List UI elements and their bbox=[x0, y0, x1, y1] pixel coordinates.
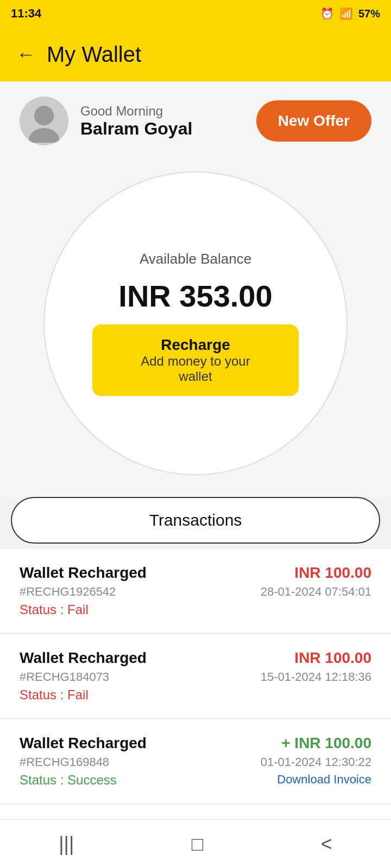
status-right: ⏰ 📶 57% bbox=[320, 7, 380, 20]
page-title: My Wallet bbox=[47, 42, 141, 67]
user-section: Good Morning Balram Goyal New Offer bbox=[0, 81, 391, 161]
user-text: Good Morning Balram Goyal bbox=[80, 104, 192, 139]
txn-amount-3: + INR 100.00 bbox=[261, 735, 371, 752]
txn-id-3: #RECHG169848 bbox=[20, 755, 147, 769]
txn-title-3: Wallet Recharged bbox=[20, 735, 147, 752]
txn-status-2: Status : Fail bbox=[20, 687, 147, 703]
txn-title-1: Wallet Recharged bbox=[20, 564, 147, 582]
back-button[interactable]: ← bbox=[16, 43, 36, 66]
menu-icon[interactable]: ||| bbox=[59, 833, 74, 856]
balance-amount: INR 353.00 bbox=[118, 278, 272, 314]
user-name: Balram Goyal bbox=[80, 119, 192, 139]
balance-label: Available Balance bbox=[140, 251, 251, 267]
transactions-tab[interactable]: Transactions bbox=[11, 497, 380, 544]
status-time: 11:34 bbox=[11, 7, 41, 21]
home-icon[interactable]: □ bbox=[192, 833, 204, 856]
table-row: Wallet Recharged #RECHG184073 Status : F… bbox=[0, 634, 391, 718]
wifi-icon: 📶 bbox=[339, 7, 353, 20]
txn-right-2: INR 100.00 15-01-2024 12:18:36 bbox=[261, 649, 371, 684]
battery-level: 57% bbox=[358, 8, 380, 20]
recharge-title: Recharge bbox=[125, 336, 266, 354]
user-info: Good Morning Balram Goyal bbox=[20, 97, 192, 145]
txn-status-3: Status : Success bbox=[20, 773, 147, 788]
txn-amount-2: INR 100.00 bbox=[261, 649, 371, 667]
new-offer-button[interactable]: New Offer bbox=[256, 100, 371, 142]
avatar bbox=[20, 97, 68, 145]
txn-id-1: #RECHG1926542 bbox=[20, 585, 147, 599]
txn-right-1: INR 100.00 28-01-2024 07:54:01 bbox=[261, 564, 371, 599]
balance-circle: Available Balance INR 353.00 Recharge Ad… bbox=[43, 171, 348, 475]
nav-bar: ||| □ < bbox=[0, 819, 391, 868]
txn-left-1: Wallet Recharged #RECHG1926542 Status : … bbox=[20, 564, 147, 617]
txn-id-2: #RECHG184073 bbox=[20, 670, 147, 684]
txn-left-2: Wallet Recharged #RECHG184073 Status : F… bbox=[20, 649, 147, 703]
status-bar: 11:34 ⏰ 📶 57% bbox=[0, 0, 391, 27]
svg-point-0 bbox=[34, 106, 54, 125]
recharge-button[interactable]: Recharge Add money to your wallet bbox=[92, 324, 299, 396]
txn-date-3: 01-01-2024 12:30:22 bbox=[261, 755, 371, 769]
download-invoice-link[interactable]: Download Invoice bbox=[261, 773, 371, 787]
header: ← My Wallet bbox=[0, 27, 391, 81]
txn-right-3: + INR 100.00 01-01-2024 12:30:22 Downloa… bbox=[261, 735, 371, 787]
recharge-subtitle: Add money to your wallet bbox=[125, 354, 266, 384]
table-row: Wallet Recharged #RECHG169848 Status : S… bbox=[0, 719, 391, 803]
clock-icon: ⏰ bbox=[320, 7, 334, 20]
wallet-section: Available Balance INR 353.00 Recharge Ad… bbox=[0, 161, 391, 497]
greeting-text: Good Morning bbox=[80, 104, 192, 119]
txn-amount-1: INR 100.00 bbox=[261, 564, 371, 582]
table-row: Wallet Recharged #RECHG1926542 Status : … bbox=[0, 549, 391, 633]
back-nav-icon[interactable]: < bbox=[321, 833, 332, 856]
txn-left-3: Wallet Recharged #RECHG169848 Status : S… bbox=[20, 735, 147, 788]
txn-status-1: Status : Fail bbox=[20, 602, 147, 617]
txn-date-2: 15-01-2024 12:18:36 bbox=[261, 670, 371, 684]
txn-title-2: Wallet Recharged bbox=[20, 649, 147, 667]
transaction-list: Wallet Recharged #RECHG1926542 Status : … bbox=[0, 549, 391, 848]
svg-point-1 bbox=[29, 128, 59, 143]
txn-date-1: 28-01-2024 07:54:01 bbox=[261, 585, 371, 599]
